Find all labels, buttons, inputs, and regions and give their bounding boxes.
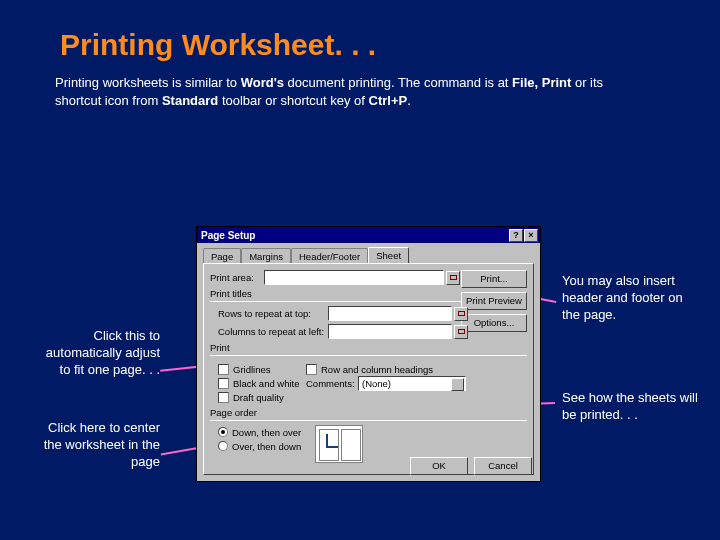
dialog-titlebar[interactable]: Page Setup ? × (197, 227, 540, 243)
text-bold: Ctrl+P (369, 93, 408, 108)
print-preview-button[interactable]: Print Preview (461, 292, 527, 310)
rows-top-input[interactable] (328, 306, 452, 321)
callout-header: You may also insert header and footer on… (562, 273, 702, 324)
print-button[interactable]: Print... (461, 270, 527, 288)
over-label: Over, then down (232, 441, 301, 452)
text: . (407, 93, 411, 108)
sheet-panel: Print... Print Preview Options... Print … (203, 263, 534, 475)
close-button[interactable]: × (524, 229, 538, 242)
down-label: Down, then over (232, 427, 301, 438)
tab-margins[interactable]: Margins (241, 248, 291, 264)
gridlines-checkbox[interactable] (218, 364, 229, 375)
tab-sheet[interactable]: Sheet (368, 247, 409, 263)
help-button[interactable]: ? (509, 229, 523, 242)
cols-left-input[interactable] (328, 324, 452, 339)
tab-header-footer[interactable]: Header/Footer (291, 248, 368, 264)
print-group-label: Print (210, 342, 527, 353)
text-bold: Word's (241, 75, 284, 90)
draft-label: Draft quality (233, 392, 284, 403)
rch-checkbox[interactable] (306, 364, 317, 375)
text-bold: Standard (162, 93, 218, 108)
draft-checkbox[interactable] (218, 392, 229, 403)
print-area-label: Print area: (210, 272, 264, 283)
ok-button[interactable]: OK (410, 457, 468, 475)
page-setup-dialog: Page Setup ? × Page Margins Header/Foote… (196, 226, 541, 482)
range-picker-icon[interactable] (446, 271, 460, 285)
cancel-button[interactable]: Cancel (474, 457, 532, 475)
text: Printing worksheets is similar to (55, 75, 241, 90)
options-button[interactable]: Options... (461, 314, 527, 332)
page-order-diagram (315, 425, 363, 463)
dialog-tabs: Page Margins Header/Footer Sheet (197, 243, 540, 263)
callout-fit: Click this to automatically adjust to fi… (40, 328, 160, 379)
callout-preview: See how the sheets will be printed. . . (562, 390, 702, 424)
slide-title: Printing Worksheet. . . (0, 0, 720, 62)
slide-body-text: Printing worksheets is similar to Word's… (0, 62, 650, 109)
callout-center: Click here to center the worksheet in th… (40, 420, 160, 471)
cols-left-label: Columns to repeat at left: (218, 326, 328, 337)
comments-label: Comments: (306, 378, 358, 389)
dialog-title: Page Setup (201, 230, 255, 241)
over-then-down-radio[interactable] (218, 441, 228, 451)
text: toolbar or shortcut key of (218, 93, 368, 108)
print-area-input[interactable] (264, 270, 444, 285)
page-order-label: Page order (210, 407, 527, 418)
text-bold: File, Print (512, 75, 571, 90)
down-then-over-radio[interactable] (218, 427, 228, 437)
range-picker-icon[interactable] (454, 325, 468, 339)
rch-label: Row and column headings (321, 364, 433, 375)
text: document printing. The command is at (284, 75, 512, 90)
bw-checkbox[interactable] (218, 378, 229, 389)
bw-label: Black and white (233, 378, 300, 389)
tab-page[interactable]: Page (203, 248, 241, 264)
comments-select[interactable]: (None) (358, 376, 466, 391)
rows-top-label: Rows to repeat at top: (218, 308, 328, 319)
range-picker-icon[interactable] (454, 307, 468, 321)
gridlines-label: Gridlines (233, 364, 271, 375)
